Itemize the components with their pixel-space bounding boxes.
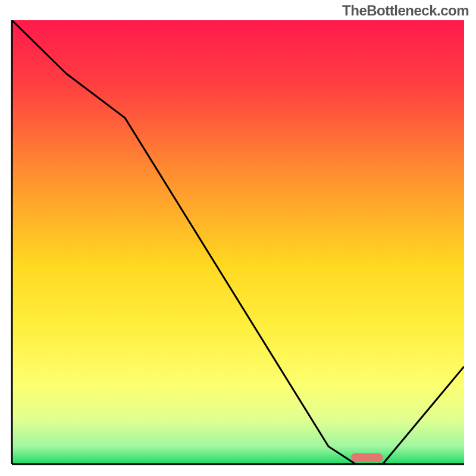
svg-rect-1: [12, 20, 464, 464]
svg-rect-2: [351, 453, 383, 462]
optimal-marker: [351, 453, 383, 462]
gradient-background: [12, 20, 464, 464]
watermark-text: TheBottleneck.com: [342, 2, 469, 19]
chart-container: TheBottleneck.com: [0, 0, 476, 476]
plot-area: [11, 20, 465, 465]
bottleneck-chart-svg: [11, 20, 465, 465]
